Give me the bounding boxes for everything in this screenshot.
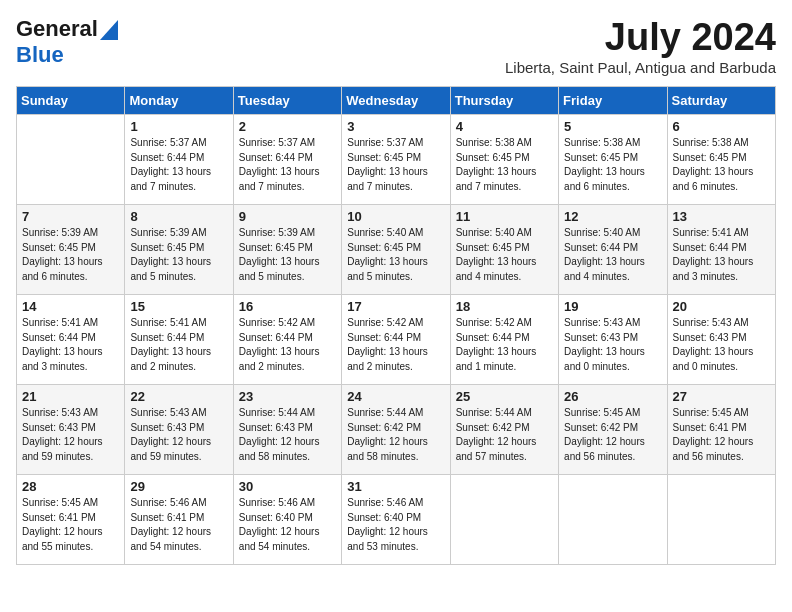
- day-number: 31: [347, 479, 444, 494]
- day-number: 8: [130, 209, 227, 224]
- calendar-cell: 3Sunrise: 5:37 AM Sunset: 6:45 PM Daylig…: [342, 115, 450, 205]
- calendar-cell: 8Sunrise: 5:39 AM Sunset: 6:45 PM Daylig…: [125, 205, 233, 295]
- day-number: 16: [239, 299, 336, 314]
- calendar-cell: 9Sunrise: 5:39 AM Sunset: 6:45 PM Daylig…: [233, 205, 341, 295]
- day-info: Sunrise: 5:38 AM Sunset: 6:45 PM Dayligh…: [456, 136, 553, 194]
- day-info: Sunrise: 5:37 AM Sunset: 6:44 PM Dayligh…: [130, 136, 227, 194]
- day-info: Sunrise: 5:46 AM Sunset: 6:40 PM Dayligh…: [347, 496, 444, 554]
- calendar-cell: 5Sunrise: 5:38 AM Sunset: 6:45 PM Daylig…: [559, 115, 667, 205]
- day-info: Sunrise: 5:41 AM Sunset: 6:44 PM Dayligh…: [22, 316, 119, 374]
- calendar-cell: 12Sunrise: 5:40 AM Sunset: 6:44 PM Dayli…: [559, 205, 667, 295]
- title-block: July 2024 Liberta, Saint Paul, Antigua a…: [505, 16, 776, 76]
- day-number: 30: [239, 479, 336, 494]
- day-number: 27: [673, 389, 770, 404]
- day-info: Sunrise: 5:46 AM Sunset: 6:41 PM Dayligh…: [130, 496, 227, 554]
- dow-header-tuesday: Tuesday: [233, 87, 341, 115]
- calendar-cell: 13Sunrise: 5:41 AM Sunset: 6:44 PM Dayli…: [667, 205, 775, 295]
- logo-icon: [100, 20, 118, 40]
- day-number: 5: [564, 119, 661, 134]
- day-number: 14: [22, 299, 119, 314]
- day-info: Sunrise: 5:37 AM Sunset: 6:45 PM Dayligh…: [347, 136, 444, 194]
- calendar-cell: 25Sunrise: 5:44 AM Sunset: 6:42 PM Dayli…: [450, 385, 558, 475]
- calendar-cell: 1Sunrise: 5:37 AM Sunset: 6:44 PM Daylig…: [125, 115, 233, 205]
- day-info: Sunrise: 5:43 AM Sunset: 6:43 PM Dayligh…: [673, 316, 770, 374]
- page-header: General Blue July 2024 Liberta, Saint Pa…: [16, 16, 776, 76]
- calendar-cell: 27Sunrise: 5:45 AM Sunset: 6:41 PM Dayli…: [667, 385, 775, 475]
- day-number: 10: [347, 209, 444, 224]
- calendar-cell: 2Sunrise: 5:37 AM Sunset: 6:44 PM Daylig…: [233, 115, 341, 205]
- day-number: 24: [347, 389, 444, 404]
- svg-marker-0: [100, 20, 118, 40]
- calendar-table: SundayMondayTuesdayWednesdayThursdayFrid…: [16, 86, 776, 565]
- calendar-cell: 26Sunrise: 5:45 AM Sunset: 6:42 PM Dayli…: [559, 385, 667, 475]
- day-number: 29: [130, 479, 227, 494]
- calendar-cell: 23Sunrise: 5:44 AM Sunset: 6:43 PM Dayli…: [233, 385, 341, 475]
- day-number: 28: [22, 479, 119, 494]
- dow-header-monday: Monday: [125, 87, 233, 115]
- day-info: Sunrise: 5:43 AM Sunset: 6:43 PM Dayligh…: [130, 406, 227, 464]
- day-info: Sunrise: 5:42 AM Sunset: 6:44 PM Dayligh…: [239, 316, 336, 374]
- calendar-cell: 17Sunrise: 5:42 AM Sunset: 6:44 PM Dayli…: [342, 295, 450, 385]
- calendar-cell: [667, 475, 775, 565]
- day-info: Sunrise: 5:41 AM Sunset: 6:44 PM Dayligh…: [673, 226, 770, 284]
- day-info: Sunrise: 5:45 AM Sunset: 6:42 PM Dayligh…: [564, 406, 661, 464]
- day-info: Sunrise: 5:42 AM Sunset: 6:44 PM Dayligh…: [347, 316, 444, 374]
- logo-text: General: [16, 16, 98, 42]
- day-number: 9: [239, 209, 336, 224]
- dow-header-wednesday: Wednesday: [342, 87, 450, 115]
- day-number: 13: [673, 209, 770, 224]
- day-number: 23: [239, 389, 336, 404]
- day-number: 1: [130, 119, 227, 134]
- day-number: 22: [130, 389, 227, 404]
- calendar-cell: 14Sunrise: 5:41 AM Sunset: 6:44 PM Dayli…: [17, 295, 125, 385]
- day-info: Sunrise: 5:43 AM Sunset: 6:43 PM Dayligh…: [22, 406, 119, 464]
- calendar-cell: [17, 115, 125, 205]
- day-number: 4: [456, 119, 553, 134]
- calendar-cell: 30Sunrise: 5:46 AM Sunset: 6:40 PM Dayli…: [233, 475, 341, 565]
- day-number: 17: [347, 299, 444, 314]
- day-info: Sunrise: 5:44 AM Sunset: 6:42 PM Dayligh…: [347, 406, 444, 464]
- calendar-cell: 31Sunrise: 5:46 AM Sunset: 6:40 PM Dayli…: [342, 475, 450, 565]
- month-title: July 2024: [505, 16, 776, 59]
- day-number: 18: [456, 299, 553, 314]
- calendar-cell: 19Sunrise: 5:43 AM Sunset: 6:43 PM Dayli…: [559, 295, 667, 385]
- day-info: Sunrise: 5:46 AM Sunset: 6:40 PM Dayligh…: [239, 496, 336, 554]
- day-info: Sunrise: 5:42 AM Sunset: 6:44 PM Dayligh…: [456, 316, 553, 374]
- calendar-cell: 11Sunrise: 5:40 AM Sunset: 6:45 PM Dayli…: [450, 205, 558, 295]
- day-info: Sunrise: 5:43 AM Sunset: 6:43 PM Dayligh…: [564, 316, 661, 374]
- calendar-cell: 6Sunrise: 5:38 AM Sunset: 6:45 PM Daylig…: [667, 115, 775, 205]
- day-number: 11: [456, 209, 553, 224]
- day-info: Sunrise: 5:41 AM Sunset: 6:44 PM Dayligh…: [130, 316, 227, 374]
- logo: General Blue: [16, 16, 118, 68]
- location-title: Liberta, Saint Paul, Antigua and Barbuda: [505, 59, 776, 76]
- logo-blue-text: Blue: [16, 42, 64, 67]
- day-number: 25: [456, 389, 553, 404]
- calendar-cell: 20Sunrise: 5:43 AM Sunset: 6:43 PM Dayli…: [667, 295, 775, 385]
- calendar-cell: 10Sunrise: 5:40 AM Sunset: 6:45 PM Dayli…: [342, 205, 450, 295]
- day-number: 6: [673, 119, 770, 134]
- calendar-cell: 22Sunrise: 5:43 AM Sunset: 6:43 PM Dayli…: [125, 385, 233, 475]
- day-info: Sunrise: 5:39 AM Sunset: 6:45 PM Dayligh…: [22, 226, 119, 284]
- day-number: 2: [239, 119, 336, 134]
- day-info: Sunrise: 5:40 AM Sunset: 6:45 PM Dayligh…: [347, 226, 444, 284]
- day-info: Sunrise: 5:40 AM Sunset: 6:45 PM Dayligh…: [456, 226, 553, 284]
- day-info: Sunrise: 5:45 AM Sunset: 6:41 PM Dayligh…: [673, 406, 770, 464]
- calendar-cell: 21Sunrise: 5:43 AM Sunset: 6:43 PM Dayli…: [17, 385, 125, 475]
- day-number: 20: [673, 299, 770, 314]
- day-number: 12: [564, 209, 661, 224]
- calendar-cell: [450, 475, 558, 565]
- day-info: Sunrise: 5:39 AM Sunset: 6:45 PM Dayligh…: [130, 226, 227, 284]
- day-info: Sunrise: 5:38 AM Sunset: 6:45 PM Dayligh…: [564, 136, 661, 194]
- day-info: Sunrise: 5:40 AM Sunset: 6:44 PM Dayligh…: [564, 226, 661, 284]
- calendar-cell: [559, 475, 667, 565]
- dow-header-friday: Friday: [559, 87, 667, 115]
- day-number: 21: [22, 389, 119, 404]
- day-number: 7: [22, 209, 119, 224]
- day-info: Sunrise: 5:44 AM Sunset: 6:43 PM Dayligh…: [239, 406, 336, 464]
- day-number: 3: [347, 119, 444, 134]
- day-number: 26: [564, 389, 661, 404]
- dow-header-sunday: Sunday: [17, 87, 125, 115]
- day-info: Sunrise: 5:39 AM Sunset: 6:45 PM Dayligh…: [239, 226, 336, 284]
- day-info: Sunrise: 5:38 AM Sunset: 6:45 PM Dayligh…: [673, 136, 770, 194]
- dow-header-thursday: Thursday: [450, 87, 558, 115]
